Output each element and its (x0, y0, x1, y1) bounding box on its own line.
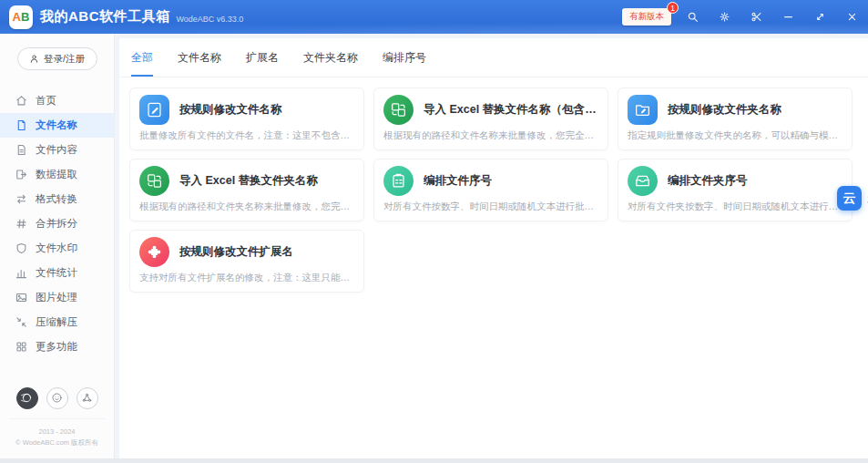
convert-icon (15, 193, 27, 205)
edit-doc-icon (139, 95, 169, 125)
compress-icon (15, 316, 27, 328)
scissors-button[interactable] (740, 0, 772, 34)
floating-cloud-widget[interactable]: 云 析 (837, 186, 862, 211)
tool-card-grid: 按规则修改文件名称 批量修改所有文件的文件名，注意：这里不包含扩展名 导入 Ex… (119, 77, 868, 303)
app-version: WodeABC v6.33.0 (177, 15, 244, 24)
sidebar-item-label: 图片处理 (36, 291, 77, 304)
update-badge[interactable]: 有新版本 1 (622, 8, 671, 26)
tab-all[interactable]: 全部 (131, 50, 153, 77)
login-register-button[interactable]: 登录/注册 (17, 47, 97, 70)
tab-category-3[interactable]: 文件夹名称 (303, 50, 358, 77)
tool-card-description: 支持对所有文件扩展名的修改，注意：这里只能修改扩展名，「不是」文 (139, 272, 354, 284)
tool-card[interactable]: 按规则修改文件名称 批量修改所有文件的文件名，注意：这里不包含扩展名 (129, 87, 364, 150)
minimize-button[interactable] (772, 0, 804, 34)
tool-card-title: 导入 Excel 替换文件名称（包含扩展名） (424, 102, 598, 118)
titlebar-icons (677, 0, 868, 34)
sidebar-footer: 2013 - 2024 © WodeABC.com 版权所有 (0, 387, 114, 450)
app-logo-icon: AB (9, 5, 33, 29)
excel-swap-icon (383, 95, 414, 125)
close-button[interactable] (836, 0, 868, 34)
sidebar-item-label: 合并拆分 (36, 217, 77, 231)
sidebar-item-label: 格式转换 (36, 192, 77, 206)
sidebar-item-label: 文件内容 (36, 143, 77, 157)
tool-card-title: 按规则修改文件扩展名 (179, 244, 293, 260)
merge-icon (15, 218, 27, 230)
tab-category-4[interactable]: 编排序号 (383, 50, 426, 77)
tool-card[interactable]: 编排文件夹序号 对所有文件夹按数字、时间日期或随机文本进行批量修改，如果您的规则 (618, 159, 853, 221)
sidebar-item-file[interactable]: 文件名称 (0, 113, 114, 138)
chat-icon (51, 392, 63, 404)
tool-card-description: 对所有文件按数字、时间日期或随机文本进行批量修改，如果您的规则不 (383, 201, 598, 213)
tab-category-1[interactable]: 文件名称 (178, 50, 221, 77)
watermark-icon (15, 242, 27, 254)
sidebar-item-image[interactable]: 图片处理 (0, 285, 114, 310)
tool-card-title: 编排文件序号 (424, 173, 492, 189)
sidebar-item-watermark[interactable]: 文件水印 (0, 236, 114, 261)
tray-icon (628, 166, 658, 196)
excel-swap-icon (139, 166, 169, 196)
tool-card[interactable]: 导入 Excel 替换文件夹名称 根据现有的路径和文件夹名称来批量修改，您完全可… (129, 159, 364, 221)
sidebar-item-extract[interactable]: 数据提取 (0, 162, 114, 187)
sidebar-item-label: 更多功能 (36, 340, 77, 354)
copyright: 2013 - 2024 © WodeABC.com 版权所有 (9, 418, 105, 450)
tab-category-2[interactable]: 扩展名 (246, 50, 279, 77)
tool-card[interactable]: 导入 Excel 替换文件名称（包含扩展名） 根据现有的路径和文件名称来批量修改… (373, 87, 608, 150)
chat-link[interactable] (46, 387, 68, 409)
browser-link[interactable] (16, 387, 38, 409)
close-icon (846, 11, 858, 23)
sidebar-item-label: 压缩解压 (36, 315, 77, 329)
sidebar-item-label: 数据提取 (36, 168, 77, 181)
sidebar-item-stats[interactable]: 文件统计 (0, 261, 114, 285)
sidebar-item-home[interactable]: 首页 (0, 88, 114, 113)
puzzle-icon (139, 237, 169, 267)
tool-card[interactable]: 按规则修改文件扩展名 支持对所有文件扩展名的修改，注意：这里只能修改扩展名，「不… (129, 230, 364, 293)
sidebar-item-label: 首页 (36, 94, 56, 108)
tool-card-title: 编排文件夹序号 (668, 173, 748, 189)
tool-card-title: 按规则修改文件名称 (179, 102, 282, 118)
tool-card-title: 导入 Excel 替换文件夹名称 (179, 173, 318, 189)
titlebar: AB 我的ABC软件工具箱 WodeABC v6.33.0 有新版本 1 (0, 0, 868, 34)
sidebar-item-more[interactable]: 更多功能 (0, 334, 114, 359)
file-icon (15, 119, 27, 131)
cloud-icon[interactable]: 云 (837, 186, 862, 211)
folder-edit-icon (628, 95, 658, 125)
extract-icon (15, 169, 27, 180)
sidebar: 登录/注册 首页文件名称文件内容数据提取格式转换合并拆分文件水印文件统计图片处理… (0, 34, 115, 458)
tool-card[interactable]: 编排文件序号 对所有文件按数字、时间日期或随机文本进行批量修改，如果您的规则不 (373, 159, 608, 221)
browser-icon (21, 392, 33, 404)
clipboard-icon (383, 166, 414, 196)
tool-card-description: 批量修改所有文件的文件名，注意：这里不包含扩展名 (139, 129, 354, 142)
tool-card-title: 按规则修改文件夹名称 (668, 102, 781, 118)
sidebar-item-file-text[interactable]: 文件内容 (0, 138, 114, 162)
tool-card-description: 根据现有的路径和文件夹名称来批量修改，您完全可以利用 Excel 强大的功能 (139, 201, 354, 213)
settings-gear-button[interactable] (709, 0, 740, 34)
app-title: 我的ABC软件工具箱 (40, 8, 170, 26)
tool-card[interactable]: 按规则修改文件夹名称 指定规则批量修改文件夹的名称，可以精确与模糊查找替换 (618, 87, 853, 150)
window-bottom-edge (0, 458, 868, 463)
resize-icon (814, 11, 826, 23)
image-icon (15, 292, 27, 304)
more-icon (15, 341, 27, 353)
sidebar-item-merge[interactable]: 合并拆分 (0, 211, 114, 236)
file-text-icon (15, 144, 27, 156)
scissors-icon (751, 11, 762, 23)
sidebar-item-label: 文件名称 (36, 118, 77, 132)
category-tabs: 全部文件名称扩展名文件夹名称编排序号 (119, 38, 868, 77)
search-button[interactable] (677, 0, 709, 34)
sidebar-item-convert[interactable]: 格式转换 (0, 187, 114, 211)
home-icon (15, 95, 27, 107)
sidebar-item-label: 文件水印 (36, 242, 77, 255)
sidebar-item-compress[interactable]: 压缩解压 (0, 310, 114, 334)
share-link[interactable] (77, 387, 98, 409)
settings-gear-icon (719, 11, 730, 23)
search-icon (687, 11, 699, 23)
tool-card-description: 指定规则批量修改文件夹的名称，可以精确与模糊查找替换 (628, 129, 842, 142)
tool-card-description: 根据现有的路径和文件名称来批量修改，您完全可以利用 Excel 强大的功能 (383, 129, 598, 142)
login-register-label: 登录/注册 (44, 53, 85, 66)
tool-card-description: 对所有文件夹按数字、时间日期或随机文本进行批量修改，如果您的规则 (628, 201, 842, 213)
sidebar-item-label: 文件统计 (36, 266, 77, 280)
stats-icon (15, 267, 27, 279)
share-icon (81, 392, 93, 404)
main-panel: 全部文件名称扩展名文件夹名称编排序号 按规则修改文件名称 批量修改所有文件的文件… (119, 38, 868, 458)
resize-button[interactable] (804, 0, 836, 34)
